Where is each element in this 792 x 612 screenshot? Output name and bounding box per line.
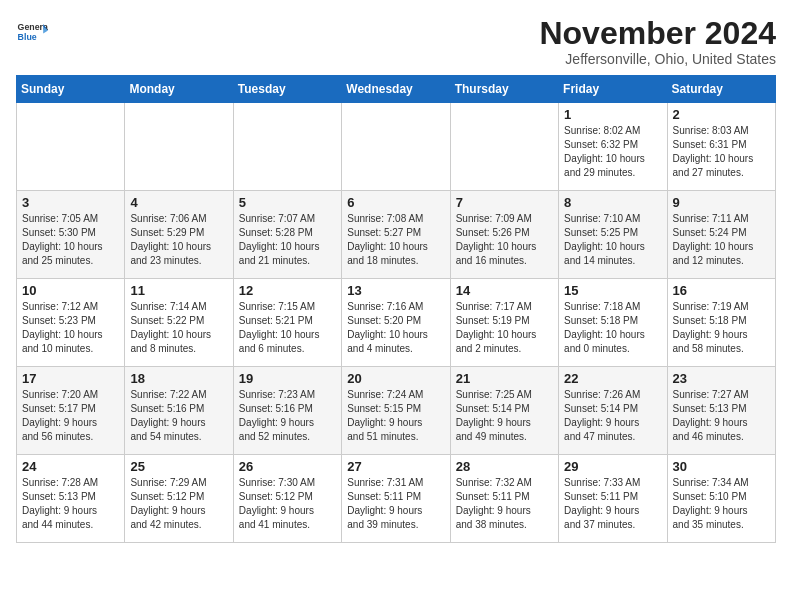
calendar-cell: 12Sunrise: 7:15 AM Sunset: 5:21 PM Dayli…: [233, 279, 341, 367]
day-info: Sunrise: 7:31 AM Sunset: 5:11 PM Dayligh…: [347, 476, 444, 532]
day-number: 24: [22, 459, 119, 474]
day-number: 18: [130, 371, 227, 386]
location-subtitle: Jeffersonville, Ohio, United States: [539, 51, 776, 67]
day-number: 22: [564, 371, 661, 386]
calendar-cell: 5Sunrise: 7:07 AM Sunset: 5:28 PM Daylig…: [233, 191, 341, 279]
day-info: Sunrise: 7:34 AM Sunset: 5:10 PM Dayligh…: [673, 476, 770, 532]
svg-text:Blue: Blue: [18, 32, 37, 42]
calendar-cell: 9Sunrise: 7:11 AM Sunset: 5:24 PM Daylig…: [667, 191, 775, 279]
day-number: 20: [347, 371, 444, 386]
day-number: 17: [22, 371, 119, 386]
calendar-cell: 4Sunrise: 7:06 AM Sunset: 5:29 PM Daylig…: [125, 191, 233, 279]
week-row-3: 10Sunrise: 7:12 AM Sunset: 5:23 PM Dayli…: [17, 279, 776, 367]
day-info: Sunrise: 7:24 AM Sunset: 5:15 PM Dayligh…: [347, 388, 444, 444]
calendar-cell: [125, 103, 233, 191]
calendar-cell: 13Sunrise: 7:16 AM Sunset: 5:20 PM Dayli…: [342, 279, 450, 367]
day-number: 12: [239, 283, 336, 298]
day-info: Sunrise: 7:07 AM Sunset: 5:28 PM Dayligh…: [239, 212, 336, 268]
day-number: 10: [22, 283, 119, 298]
day-number: 11: [130, 283, 227, 298]
calendar-cell: 16Sunrise: 7:19 AM Sunset: 5:18 PM Dayli…: [667, 279, 775, 367]
day-info: Sunrise: 7:11 AM Sunset: 5:24 PM Dayligh…: [673, 212, 770, 268]
day-info: Sunrise: 7:30 AM Sunset: 5:12 PM Dayligh…: [239, 476, 336, 532]
day-number: 16: [673, 283, 770, 298]
day-number: 5: [239, 195, 336, 210]
calendar-cell: 29Sunrise: 7:33 AM Sunset: 5:11 PM Dayli…: [559, 455, 667, 543]
calendar-cell: 11Sunrise: 7:14 AM Sunset: 5:22 PM Dayli…: [125, 279, 233, 367]
calendar-cell: 1Sunrise: 8:02 AM Sunset: 6:32 PM Daylig…: [559, 103, 667, 191]
day-number: 8: [564, 195, 661, 210]
day-number: 30: [673, 459, 770, 474]
day-info: Sunrise: 7:20 AM Sunset: 5:17 PM Dayligh…: [22, 388, 119, 444]
day-number: 26: [239, 459, 336, 474]
day-info: Sunrise: 7:22 AM Sunset: 5:16 PM Dayligh…: [130, 388, 227, 444]
day-info: Sunrise: 7:29 AM Sunset: 5:12 PM Dayligh…: [130, 476, 227, 532]
calendar-table: SundayMondayTuesdayWednesdayThursdayFrid…: [16, 75, 776, 543]
day-info: Sunrise: 7:26 AM Sunset: 5:14 PM Dayligh…: [564, 388, 661, 444]
weekday-header-friday: Friday: [559, 76, 667, 103]
calendar-cell: 6Sunrise: 7:08 AM Sunset: 5:27 PM Daylig…: [342, 191, 450, 279]
day-number: 21: [456, 371, 553, 386]
title-area: November 2024 Jeffersonville, Ohio, Unit…: [539, 16, 776, 67]
calendar-cell: 18Sunrise: 7:22 AM Sunset: 5:16 PM Dayli…: [125, 367, 233, 455]
calendar-cell: 7Sunrise: 7:09 AM Sunset: 5:26 PM Daylig…: [450, 191, 558, 279]
weekday-header-wednesday: Wednesday: [342, 76, 450, 103]
calendar-cell: 25Sunrise: 7:29 AM Sunset: 5:12 PM Dayli…: [125, 455, 233, 543]
week-row-2: 3Sunrise: 7:05 AM Sunset: 5:30 PM Daylig…: [17, 191, 776, 279]
week-row-1: 1Sunrise: 8:02 AM Sunset: 6:32 PM Daylig…: [17, 103, 776, 191]
calendar-cell: 17Sunrise: 7:20 AM Sunset: 5:17 PM Dayli…: [17, 367, 125, 455]
calendar-cell: 27Sunrise: 7:31 AM Sunset: 5:11 PM Dayli…: [342, 455, 450, 543]
day-number: 25: [130, 459, 227, 474]
logo-icon: General Blue: [16, 16, 48, 48]
day-number: 7: [456, 195, 553, 210]
calendar-cell: [450, 103, 558, 191]
day-number: 6: [347, 195, 444, 210]
day-info: Sunrise: 7:19 AM Sunset: 5:18 PM Dayligh…: [673, 300, 770, 356]
week-row-5: 24Sunrise: 7:28 AM Sunset: 5:13 PM Dayli…: [17, 455, 776, 543]
day-number: 28: [456, 459, 553, 474]
day-info: Sunrise: 7:12 AM Sunset: 5:23 PM Dayligh…: [22, 300, 119, 356]
page-header: General Blue November 2024 Jeffersonvill…: [16, 16, 776, 67]
weekday-header-row: SundayMondayTuesdayWednesdayThursdayFrid…: [17, 76, 776, 103]
day-info: Sunrise: 7:27 AM Sunset: 5:13 PM Dayligh…: [673, 388, 770, 444]
day-info: Sunrise: 7:25 AM Sunset: 5:14 PM Dayligh…: [456, 388, 553, 444]
day-info: Sunrise: 7:10 AM Sunset: 5:25 PM Dayligh…: [564, 212, 661, 268]
day-number: 19: [239, 371, 336, 386]
day-info: Sunrise: 7:18 AM Sunset: 5:18 PM Dayligh…: [564, 300, 661, 356]
day-number: 13: [347, 283, 444, 298]
weekday-header-tuesday: Tuesday: [233, 76, 341, 103]
calendar-cell: 22Sunrise: 7:26 AM Sunset: 5:14 PM Dayli…: [559, 367, 667, 455]
calendar-cell: 23Sunrise: 7:27 AM Sunset: 5:13 PM Dayli…: [667, 367, 775, 455]
calendar-cell: [233, 103, 341, 191]
calendar-cell: 3Sunrise: 7:05 AM Sunset: 5:30 PM Daylig…: [17, 191, 125, 279]
day-info: Sunrise: 8:02 AM Sunset: 6:32 PM Dayligh…: [564, 124, 661, 180]
weekday-header-monday: Monday: [125, 76, 233, 103]
day-info: Sunrise: 7:23 AM Sunset: 5:16 PM Dayligh…: [239, 388, 336, 444]
day-number: 1: [564, 107, 661, 122]
calendar-cell: 24Sunrise: 7:28 AM Sunset: 5:13 PM Dayli…: [17, 455, 125, 543]
day-number: 3: [22, 195, 119, 210]
weekday-header-thursday: Thursday: [450, 76, 558, 103]
calendar-cell: 10Sunrise: 7:12 AM Sunset: 5:23 PM Dayli…: [17, 279, 125, 367]
day-number: 23: [673, 371, 770, 386]
calendar-cell: 28Sunrise: 7:32 AM Sunset: 5:11 PM Dayli…: [450, 455, 558, 543]
week-row-4: 17Sunrise: 7:20 AM Sunset: 5:17 PM Dayli…: [17, 367, 776, 455]
day-info: Sunrise: 7:06 AM Sunset: 5:29 PM Dayligh…: [130, 212, 227, 268]
day-number: 27: [347, 459, 444, 474]
day-info: Sunrise: 7:05 AM Sunset: 5:30 PM Dayligh…: [22, 212, 119, 268]
calendar-cell: 30Sunrise: 7:34 AM Sunset: 5:10 PM Dayli…: [667, 455, 775, 543]
day-info: Sunrise: 7:17 AM Sunset: 5:19 PM Dayligh…: [456, 300, 553, 356]
day-number: 29: [564, 459, 661, 474]
day-number: 14: [456, 283, 553, 298]
calendar-cell: 2Sunrise: 8:03 AM Sunset: 6:31 PM Daylig…: [667, 103, 775, 191]
day-number: 4: [130, 195, 227, 210]
month-title: November 2024: [539, 16, 776, 51]
calendar-cell: 21Sunrise: 7:25 AM Sunset: 5:14 PM Dayli…: [450, 367, 558, 455]
weekday-header-sunday: Sunday: [17, 76, 125, 103]
day-number: 15: [564, 283, 661, 298]
day-info: Sunrise: 7:28 AM Sunset: 5:13 PM Dayligh…: [22, 476, 119, 532]
day-info: Sunrise: 7:33 AM Sunset: 5:11 PM Dayligh…: [564, 476, 661, 532]
calendar-cell: [17, 103, 125, 191]
logo: General Blue: [16, 16, 48, 48]
day-number: 2: [673, 107, 770, 122]
